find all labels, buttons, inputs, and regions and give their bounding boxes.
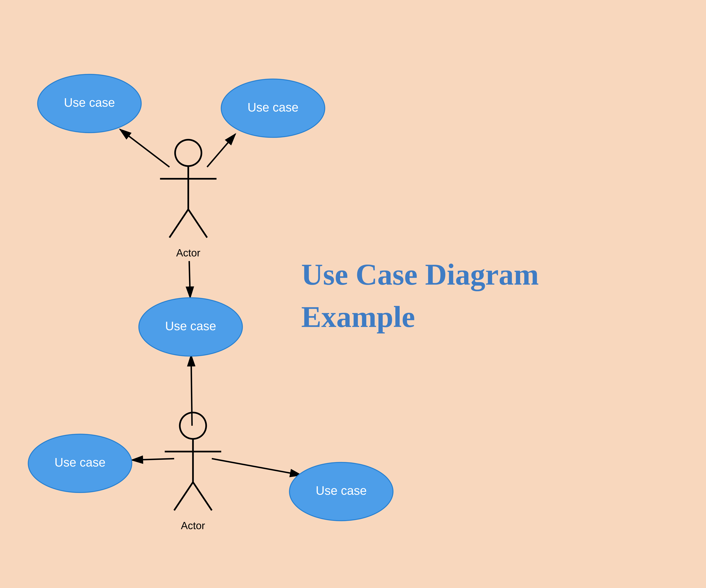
actor-top: Actor (160, 140, 217, 259)
title-line-1: Use Case Diagram (301, 258, 539, 291)
usecase-bottom-left-label: Use case (54, 456, 106, 469)
arrow-actor1-to-usecase-topleft (120, 129, 169, 167)
svg-line-8 (169, 209, 188, 238)
svg-line-9 (188, 209, 207, 238)
diagram-canvas: Use case Use case Use case Use case Use … (0, 0, 706, 588)
usecase-bottom-left: Use case (28, 434, 132, 493)
usecase-middle-label: Use case (165, 319, 216, 333)
diagram-title: Use Case Diagram Example (301, 258, 539, 333)
title-line-2: Example (301, 300, 415, 333)
usecase-bottom-right: Use case (289, 462, 393, 521)
arrow-actor1-to-usecase-middle (189, 261, 190, 298)
usecase-bottom-right-label: Use case (316, 484, 367, 497)
usecase-top-right: Use case (221, 79, 325, 137)
usecase-middle: Use case (139, 298, 242, 356)
actor-bottom: Actor (165, 413, 221, 532)
arrow-actor2-to-usecase-bottomleft (132, 459, 174, 460)
svg-line-14 (193, 482, 212, 510)
svg-line-13 (174, 482, 193, 510)
usecase-top-right-label: Use case (247, 100, 299, 114)
svg-point-5 (175, 140, 201, 166)
usecase-top-left-label: Use case (64, 96, 115, 109)
arrow-actor1-to-usecase-topright (207, 134, 235, 167)
actor-bottom-label: Actor (181, 520, 205, 532)
actor-top-label: Actor (176, 247, 200, 259)
arrow-actor2-to-usecase-bottomright (212, 459, 301, 475)
arrow-actor2-to-usecase-middle (191, 355, 192, 426)
usecase-top-left: Use case (38, 74, 141, 133)
use-case-diagram: Use case Use case Use case Use case Use … (0, 0, 706, 588)
svg-point-10 (180, 413, 206, 439)
